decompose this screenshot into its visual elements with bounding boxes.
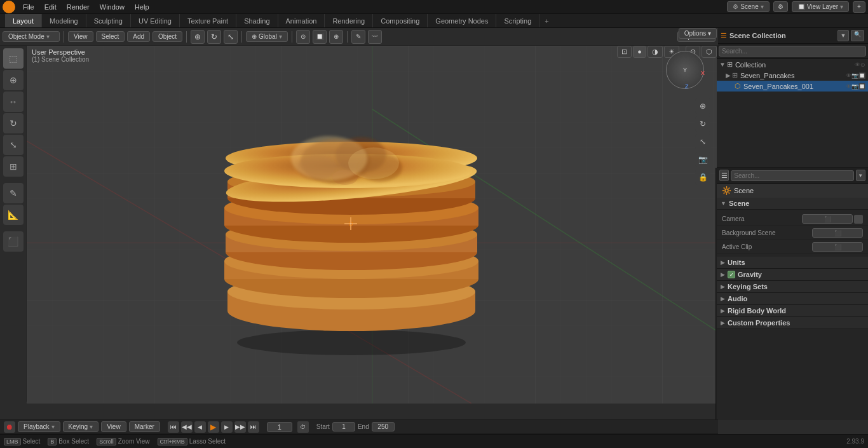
transform-rotate-btn[interactable]: ↻: [207, 30, 221, 44]
play-btn[interactable]: ▶: [208, 421, 219, 433]
marker-btn[interactable]: Marker: [129, 421, 160, 432]
scene-section-header[interactable]: ▼ Scene: [717, 198, 868, 210]
menu-edit[interactable]: Edit: [39, 2, 62, 12]
jump-start-btn[interactable]: ⏮: [168, 421, 179, 433]
properties-search-input[interactable]: [731, 170, 853, 181]
frame-counter[interactable]: 1: [267, 422, 292, 432]
menu-window[interactable]: Window: [95, 2, 130, 12]
transform-scale-btn[interactable]: ⤡: [224, 30, 238, 44]
rotate-tool[interactable]: ↻: [3, 113, 24, 133]
cursor-tool[interactable]: ⊕: [3, 70, 24, 90]
outliner-search-input[interactable]: [719, 46, 866, 57]
step-back-btn[interactable]: ◀◀: [181, 421, 193, 433]
outliner-row-scene-collection[interactable]: ▼ ⊞ Collection 👁 ⊙: [717, 59, 868, 70]
select-menu-btn[interactable]: Select: [96, 31, 125, 42]
outliner-restrict-btn[interactable]: ⊙: [860, 62, 865, 68]
playback-menu-btn[interactable]: Playback ▾: [18, 421, 60, 432]
row-render-2[interactable]: 🔲: [858, 83, 865, 90]
tab-compositing[interactable]: Compositing: [373, 14, 428, 27]
audio-section-header[interactable]: ▶ Audio: [717, 293, 868, 305]
step-fwd-frame-btn[interactable]: ▶: [221, 421, 233, 433]
rigid-body-section-header[interactable]: ▶ Rigid Body World: [717, 305, 868, 317]
tab-add[interactable]: +: [539, 16, 553, 26]
select-tool[interactable]: ⬚: [3, 48, 24, 69]
tab-shading[interactable]: Shading: [236, 14, 278, 27]
annotate2-btn[interactable]: 〰: [368, 30, 382, 44]
row-cam-2[interactable]: 📷: [851, 83, 858, 90]
solid-btn[interactable]: ●: [633, 46, 646, 58]
menu-help[interactable]: Help: [130, 2, 154, 12]
tab-scripting[interactable]: Scripting: [496, 14, 539, 27]
row-vis-1[interactable]: 👁: [846, 72, 851, 79]
gizmo-circle[interactable]: Y X Z: [666, 51, 704, 89]
camera-prop-value[interactable]: ⬛: [802, 214, 853, 224]
step-back-frame-btn[interactable]: ◀: [194, 421, 206, 433]
prop-filter-btn[interactable]: ▼: [856, 170, 865, 181]
background-scene-value[interactable]: ⬛: [812, 228, 863, 238]
active-clip-value[interactable]: ⬛: [812, 242, 863, 252]
tab-sculpting[interactable]: Sculpting: [86, 14, 131, 27]
viewport-options-btn[interactable]: Options ▾: [679, 28, 717, 39]
outliner-search-btn[interactable]: 🔍: [851, 30, 864, 41]
transform-tool[interactable]: ⊞: [3, 156, 24, 177]
tab-modeling[interactable]: Modeling: [42, 14, 86, 27]
snap-btn[interactable]: 🔲: [313, 30, 327, 44]
tab-layout[interactable]: Layout: [5, 14, 42, 27]
wireframe-btn[interactable]: ⊡: [617, 46, 632, 58]
keying-menu-btn[interactable]: Keying ▾: [63, 421, 99, 432]
jump-end-btn[interactable]: ⏭: [248, 421, 259, 433]
gizmo-rotate-ctrl[interactable]: ↻: [695, 116, 710, 132]
outliner-row-seven-pancakes[interactable]: ▶ ⊞ Seven_Pancakes 👁 📷 🔲: [717, 70, 868, 81]
start-frame-input[interactable]: 1: [332, 422, 355, 431]
add-menu-btn[interactable]: Add: [127, 31, 150, 42]
gizmo-x-axis[interactable]: X: [701, 70, 705, 76]
gravity-section-header[interactable]: ▶ ✓ Gravity: [717, 269, 868, 281]
view-layer-add[interactable]: +: [853, 1, 865, 13]
render-engine-selector[interactable]: ⚙: [773, 1, 788, 12]
scale-tool[interactable]: ⤡: [3, 135, 24, 155]
tab-geometry-nodes[interactable]: Geometry Nodes: [428, 14, 496, 27]
row-vis-2[interactable]: 👁: [846, 83, 851, 90]
row-render-1[interactable]: 🔲: [858, 72, 865, 79]
blender-logo[interactable]: [3, 1, 15, 13]
units-section-header[interactable]: ▶ Units: [717, 257, 868, 269]
step-fwd-btn[interactable]: ▶▶: [234, 421, 246, 433]
fps-icon[interactable]: ⏱: [297, 421, 309, 433]
outliner-row-seven-pancakes-001[interactable]: ⬡ Seven_Pancakes_001 👁 📷 🔲: [717, 81, 868, 92]
custom-props-section-header[interactable]: ▶ Custom Properties: [717, 317, 868, 329]
end-frame-input[interactable]: 250: [372, 422, 395, 431]
view-layer-selector[interactable]: 🔲 View Layer ▾: [792, 1, 849, 12]
prop-menu-btn[interactable]: ☰: [719, 170, 729, 181]
proportional-edit-btn[interactable]: ⊙: [296, 30, 310, 44]
gizmo-move-ctrl[interactable]: ⊕: [695, 98, 710, 114]
snap2-btn[interactable]: ⊕: [329, 30, 343, 44]
menu-render[interactable]: Render: [62, 2, 95, 12]
outliner-filter-btn[interactable]: ▼: [837, 30, 849, 41]
measure-tool[interactable]: 📐: [3, 205, 24, 225]
camera-edit-btn[interactable]: [854, 215, 863, 224]
material-preview-btn[interactable]: ◑: [648, 46, 663, 58]
add-cube-tool[interactable]: ⬛: [3, 231, 24, 252]
annotate-btn[interactable]: ✎: [351, 30, 365, 44]
gizmo-scale-ctrl[interactable]: ⤡: [695, 134, 710, 149]
gizmo-z-axis[interactable]: Z: [685, 83, 689, 90]
tab-texture-paint[interactable]: Texture Paint: [180, 14, 236, 27]
transform-orientation-btn[interactable]: ⊕ Global ▾: [246, 31, 288, 42]
timeline-view-btn[interactable]: View: [101, 421, 126, 432]
menu-file[interactable]: File: [18, 2, 39, 12]
view-menu-btn[interactable]: View: [68, 31, 93, 42]
annotate-tool[interactable]: ✎: [3, 183, 24, 203]
object-mode-btn[interactable]: Object Mode ▾: [3, 31, 60, 42]
transform-move-btn[interactable]: ⊕: [191, 30, 205, 44]
gizmo-lock-ctrl[interactable]: 🔒: [695, 170, 710, 185]
row-cam-1[interactable]: 📷: [851, 72, 858, 79]
gizmo-camera-ctrl[interactable]: 📷: [695, 152, 710, 167]
outliner-vis-btn[interactable]: 👁: [855, 62, 860, 68]
object-menu-btn[interactable]: Object: [153, 31, 182, 42]
record-btn[interactable]: ⏺: [4, 421, 15, 433]
scene-selector[interactable]: ⚙ Scene ▾: [727, 1, 769, 12]
move-tool[interactable]: ↔: [3, 92, 24, 112]
tab-uv-editing[interactable]: UV Editing: [131, 14, 180, 27]
keying-sets-section-header[interactable]: ▶ Keying Sets: [717, 281, 868, 293]
tab-animation[interactable]: Animation: [278, 14, 325, 27]
